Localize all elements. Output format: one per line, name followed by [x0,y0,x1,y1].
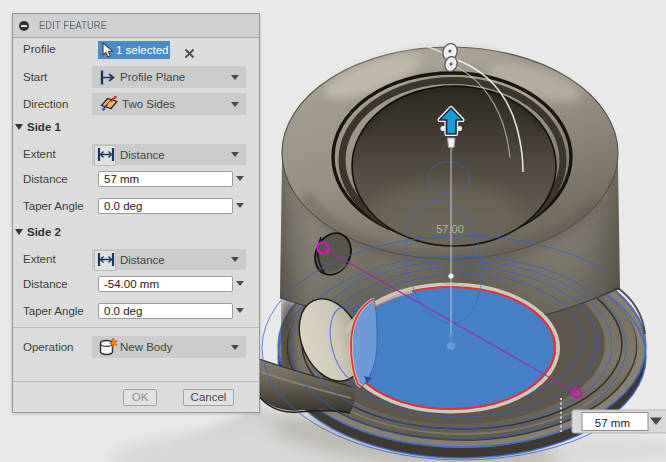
svg-text:57.00: 57.00 [436,223,464,235]
svg-text:57 mm: 57 mm [595,417,630,429]
